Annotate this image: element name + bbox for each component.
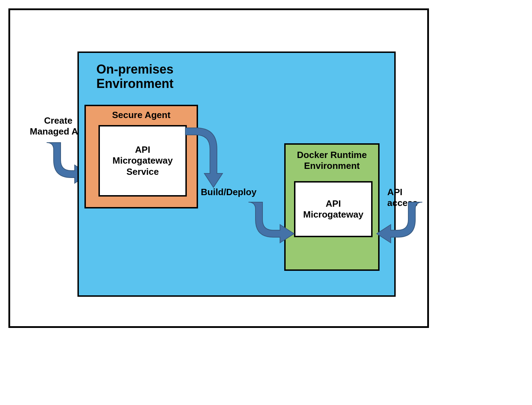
onprem-title: On-premises Environment bbox=[96, 62, 173, 91]
arrow-build-to-mg bbox=[241, 202, 294, 248]
onprem-environment-box: On-premises Environment Secure Agent API… bbox=[77, 52, 396, 297]
arrow-agent-to-build bbox=[185, 131, 231, 191]
secure-agent-box: Secure Agent API Microgateway Service bbox=[84, 105, 198, 208]
docker-title: Docker Runtime Environment bbox=[286, 150, 378, 171]
api-microgateway-service-box: API Microgateway Service bbox=[98, 125, 187, 197]
api-microgateway-box: API Microgateway bbox=[294, 181, 373, 237]
secure-agent-title: Secure Agent bbox=[86, 110, 197, 121]
arrow-access-to-mg bbox=[377, 202, 429, 248]
docker-runtime-box: Docker Runtime Environment API Microgate… bbox=[284, 143, 380, 271]
diagram-frame: Create Managed API On-premises Environme… bbox=[8, 8, 429, 328]
label-build-deploy: Build/Deploy bbox=[201, 187, 257, 198]
